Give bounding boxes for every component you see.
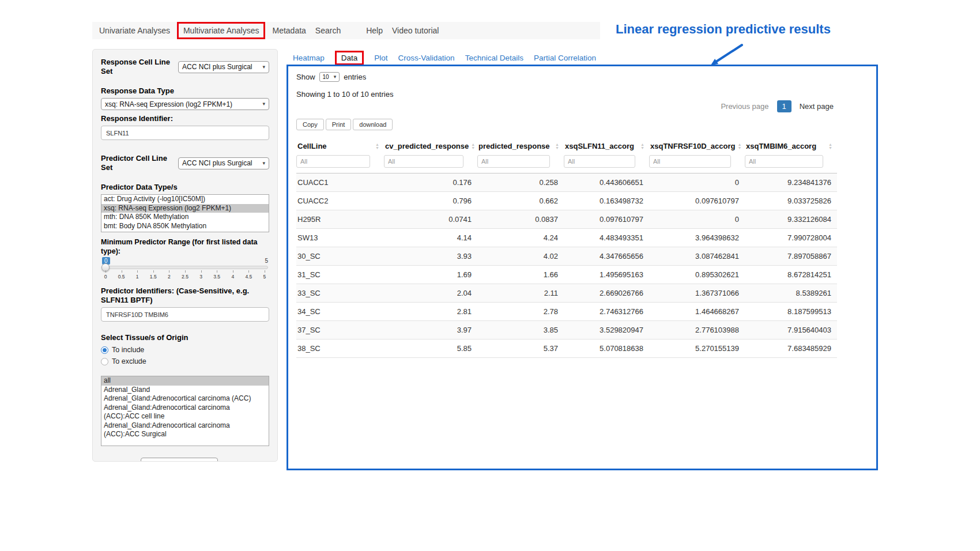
numeric-value: 0.0741 xyxy=(384,210,477,229)
filter-input-CellLine[interactable] xyxy=(296,155,370,168)
list-option[interactable]: act: Drug Activity (-log10[IC50M]) xyxy=(101,195,269,204)
tab-partial-correlation[interactable]: Partial Correlation xyxy=(534,54,596,62)
select-value: xsq: RNA-seq Expression (log2 FPKM+1) xyxy=(105,100,232,108)
tab-cross-validation[interactable]: Cross-Validation xyxy=(398,54,455,62)
numeric-value: 3.087462841 xyxy=(649,247,745,266)
numeric-value: 0 xyxy=(649,210,745,229)
slider-tick: 4 xyxy=(229,274,236,280)
page-1-button[interactable]: 1 xyxy=(777,100,791,112)
min-predictor-range-slider[interactable]: 0 5 00.511.522.533.544.55 xyxy=(101,257,269,280)
numeric-value: 1.367371066 xyxy=(649,284,745,303)
nav-multivariate-analyses[interactable]: Multivariate Analyses xyxy=(183,26,259,35)
copy-button[interactable]: Copy xyxy=(296,119,324,130)
response-data-type-select[interactable]: xsq: RNA-seq Expression (log2 FPKM+1) ▾ xyxy=(101,98,269,110)
predictor-data-types-listbox[interactable]: act: Drug Activity (-log10[IC50M])xsq: R… xyxy=(101,194,269,232)
nav-help[interactable]: Help xyxy=(366,26,383,35)
sort-icon[interactable]: ▲▼ xyxy=(471,143,475,150)
numeric-value: 8.672814251 xyxy=(745,266,837,284)
nav-univariate-analyses[interactable]: Univariate Analyses xyxy=(99,26,170,35)
table-header-row: CellLine▲▼cv_predicted_response▲▼predict… xyxy=(296,137,837,154)
numeric-value: 2.746312766 xyxy=(564,303,649,321)
table-export-buttons: Copy Print download xyxy=(296,119,868,130)
cell-line-value: 31_SC xyxy=(296,266,384,284)
select-value: ACC NCI plus Surgical xyxy=(182,63,252,71)
nav-video-tutorial[interactable]: Video tutorial xyxy=(392,26,439,35)
chevron-down-icon: ▾ xyxy=(262,65,265,70)
table-row: CUACC10.1760.2580.44360665109.234841376 xyxy=(296,173,837,192)
table-filter-row xyxy=(296,154,837,173)
cell-line-value: H295R xyxy=(296,210,384,229)
filter-input-predicted_response[interactable] xyxy=(477,155,550,168)
numeric-value: 8.187599513 xyxy=(745,303,837,321)
column-header-xsqTMBIM6_accorg[interactable]: xsqTMBIM6_accorg▲▼ xyxy=(745,137,837,154)
response-identifier-input[interactable] xyxy=(101,126,269,140)
list-option[interactable]: xsq: RNA-seq Expression (log2 FPKM+1) xyxy=(101,204,269,213)
algorithm-select[interactable]: Linear Regression ▾ xyxy=(141,458,218,462)
filter-input-xsqTMBIM6_accorg[interactable] xyxy=(745,155,823,168)
tab-plot[interactable]: Plot xyxy=(374,54,387,62)
response-cell-line-set-select[interactable]: ACC NCI plus Surgical ▾ xyxy=(178,61,269,73)
slider-tick: 0.5 xyxy=(118,274,125,280)
list-option[interactable]: Adrenal_Gland:Adrenocortical carcinoma (… xyxy=(101,421,269,439)
cell-line-value: SW13 xyxy=(296,229,384,247)
tab-heatmap[interactable]: Heatmap xyxy=(293,54,325,62)
filter-input-cv_predicted_response[interactable] xyxy=(384,155,463,168)
slider-tick: 4.5 xyxy=(245,274,252,280)
predictor-cell-line-set-select[interactable]: ACC NCI plus Surgical ▾ xyxy=(178,157,269,169)
tissue-include-radio[interactable]: To include xyxy=(101,346,269,354)
sort-icon[interactable]: ▲▼ xyxy=(375,143,379,150)
list-option[interactable]: mth: DNA 850K Methylation xyxy=(101,213,269,222)
cell-line-value: 33_SC xyxy=(296,284,384,303)
column-header-xsqSLFN11_accorg[interactable]: xsqSLFN11_accorg▲▼ xyxy=(564,137,649,154)
radio-selected-icon xyxy=(101,346,108,354)
numeric-value: 0.163498732 xyxy=(564,192,649,210)
slider-track[interactable] xyxy=(102,266,268,269)
table-row: 33_SC2.042.112.6690267661.3673710668.538… xyxy=(296,284,837,303)
column-header-CellLine[interactable]: CellLine▲▼ xyxy=(296,137,384,154)
numeric-value: 4.347665656 xyxy=(564,247,649,266)
previous-page-button[interactable]: Previous page xyxy=(717,100,772,113)
next-page-button[interactable]: Next page xyxy=(796,100,837,113)
list-option[interactable]: Adrenal_Gland xyxy=(101,386,269,395)
cell-line-value: 30_SC xyxy=(296,247,384,266)
predictor-cell-line-set-label: Predictor Cell Line Set xyxy=(101,154,174,172)
numeric-value: 2.81 xyxy=(384,303,477,321)
tab-data[interactable]: Data xyxy=(341,54,358,62)
min-predictor-range-label: Minimum Predictor Range (for first liste… xyxy=(101,237,269,256)
numeric-value: 9.332126084 xyxy=(745,210,837,229)
column-header-predicted_response[interactable]: predicted_response▲▼ xyxy=(477,137,564,154)
nav-metadata[interactable]: Metadata xyxy=(272,26,306,35)
list-option[interactable]: all xyxy=(101,376,269,386)
tissue-origin-label: Select Tissue/s of Origin xyxy=(101,333,269,342)
download-button[interactable]: download xyxy=(353,119,393,130)
print-button[interactable]: Print xyxy=(326,119,352,130)
list-option[interactable]: Adrenal_Gland:Adrenocortical carcinoma (… xyxy=(101,394,269,403)
filter-cell xyxy=(296,154,384,173)
list-option[interactable]: bmt: Body DNA 850K Methylation xyxy=(101,222,269,231)
filter-input-xsqTNFRSF10D_accorg[interactable] xyxy=(649,155,731,168)
sort-icon[interactable]: ▲▼ xyxy=(640,143,644,150)
tissue-exclude-radio[interactable]: To exclude xyxy=(101,357,269,365)
column-header-xsqTNFRSF10D_accorg[interactable]: xsqTNFRSF10D_accorg▲▼ xyxy=(649,137,745,154)
chevron-down-icon: ▾ xyxy=(262,101,265,107)
sort-icon[interactable]: ▲▼ xyxy=(555,143,559,150)
numeric-value: 5.070818638 xyxy=(564,339,649,358)
filter-input-xsqSLFN11_accorg[interactable] xyxy=(564,155,635,168)
tab-technical-details[interactable]: Technical Details xyxy=(465,54,523,62)
list-option[interactable]: Adrenal_Gland:Adrenocortical carcinoma (… xyxy=(101,403,269,421)
column-header-cv_predicted_response[interactable]: cv_predicted_response▲▼ xyxy=(384,137,477,154)
column-label: xsqSLFN11_accorg xyxy=(565,142,634,150)
cell-line-value: 37_SC xyxy=(296,321,384,339)
predictor-identifiers-input[interactable] xyxy=(101,307,269,322)
predictor-identifiers-label: Predictor Identifiers: (Case-Sensitive, … xyxy=(101,286,269,305)
sort-icon[interactable]: ▲▼ xyxy=(828,143,832,150)
numeric-value: 8.5389261 xyxy=(745,284,837,303)
sort-icon[interactable]: ▲▼ xyxy=(737,143,741,150)
entries-per-page-select[interactable]: 10 ▾ xyxy=(319,72,340,82)
nav-search[interactable]: Search xyxy=(315,26,341,35)
tissue-listbox[interactable]: allAdrenal_GlandAdrenal_Gland:Adrenocort… xyxy=(101,376,269,446)
control-sidebar: Response Cell Line Set ACC NCI plus Surg… xyxy=(92,49,278,462)
chevron-down-icon: ▾ xyxy=(334,74,337,80)
response-data-type-label: Response Data Type xyxy=(101,86,269,96)
numeric-value: 5.85 xyxy=(384,339,477,358)
